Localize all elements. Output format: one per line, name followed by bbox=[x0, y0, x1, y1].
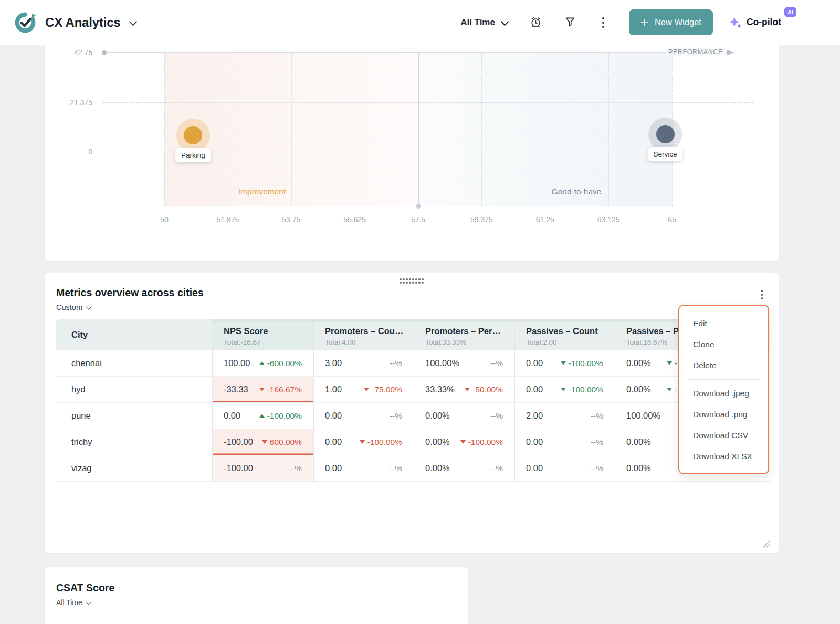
cell-change: -75.00% bbox=[364, 385, 402, 394]
x-tick-label: 51.875 bbox=[216, 215, 239, 224]
new-widget-button[interactable]: New Widget bbox=[629, 9, 713, 35]
table-timeframe-dropdown[interactable]: Custom bbox=[56, 303, 91, 311]
menu-item-delete[interactable]: Delete bbox=[679, 355, 768, 376]
csat-widget: CSAT Score All Time bbox=[45, 567, 468, 624]
table-body: chennai100.00-600.00%3.00--%100.00%--%0.… bbox=[56, 350, 770, 482]
cell-value: 2.00 bbox=[526, 411, 543, 421]
priority-chart-widget: 42.7521.3750 ImprovementGood-to-havePark… bbox=[45, 45, 779, 261]
x-tick-label: 50 bbox=[160, 215, 169, 224]
menu-item-edit[interactable]: Edit bbox=[679, 313, 768, 334]
metric-cell: 0.00%--% bbox=[414, 455, 514, 481]
gridline-horizontal bbox=[102, 102, 754, 103]
metrics-table-widget: Metrics overview across cities Custom Ci… bbox=[45, 273, 779, 553]
x-tick-label: 59.375 bbox=[470, 215, 493, 224]
quadrant-label-improvement: Improvement bbox=[238, 187, 286, 196]
metric-cell: -33.33-166.67% bbox=[212, 377, 313, 402]
table-row-hyd[interactable]: hyd-33.33-166.67%1.00-75.00%33.33%-50.00… bbox=[56, 376, 770, 402]
copilot-button[interactable]: Co-pilot AI bbox=[729, 16, 781, 29]
change-value: -100.00% bbox=[569, 385, 603, 394]
column-header-city[interactable]: City bbox=[56, 319, 212, 350]
city-cell: hyd bbox=[56, 377, 212, 402]
cell-change: 600.00% bbox=[262, 438, 302, 447]
y-tick-label: 42.75 bbox=[74, 48, 92, 57]
metric-cell: 0.00--% bbox=[514, 429, 615, 455]
cell-change: -100.00% bbox=[360, 438, 402, 447]
triangle-down-icon bbox=[364, 388, 369, 391]
menu-item-download-jpeg[interactable]: Download .jpeg bbox=[679, 383, 768, 404]
column-header-promoters-cou[interactable]: Promoters – Cou…Total:4.00 bbox=[313, 319, 414, 350]
table-timeframe-label: Custom bbox=[56, 303, 82, 311]
table-row-chennai[interactable]: chennai100.00-600.00%3.00--%100.00%--%0.… bbox=[56, 350, 770, 376]
drag-handle[interactable] bbox=[399, 278, 424, 284]
cell-value: 0.00 bbox=[325, 437, 342, 447]
quadrant-divider-line bbox=[418, 53, 419, 206]
triangle-down-icon bbox=[561, 388, 566, 391]
cell-change: --% bbox=[490, 359, 503, 368]
column-total: Total:4.00 bbox=[325, 338, 414, 346]
cell-change: --% bbox=[490, 411, 503, 421]
metric-cell: 0.00-100.00% bbox=[514, 377, 615, 402]
widget-menu-kebab-icon[interactable] bbox=[759, 288, 765, 301]
cell-change: -166.67% bbox=[259, 385, 302, 394]
change-value: -100.00% bbox=[368, 438, 402, 447]
change-value: 600.00% bbox=[270, 438, 302, 447]
menu-item-clone[interactable]: Clone bbox=[679, 334, 768, 355]
gridline-vertical bbox=[228, 53, 228, 206]
csat-timeframe-label: All Time bbox=[56, 598, 82, 607]
widget-title: Metrics overview across cities bbox=[56, 287, 204, 299]
triangle-up-icon bbox=[259, 414, 265, 418]
dashboard-page: CX Analytics All Time bbox=[0, 0, 840, 624]
column-header-label: Promoters – Cou… bbox=[325, 326, 414, 336]
cell-change: --% bbox=[591, 464, 603, 473]
cell-value: 100.00% bbox=[425, 358, 459, 368]
column-header-label: Promoters – Per… bbox=[425, 326, 514, 336]
table-row-vizag[interactable]: vizag-100.00--%0.00--%0.00%--%0.00--%0.0… bbox=[56, 455, 770, 481]
gridline-vertical bbox=[355, 53, 355, 206]
y-tick-label: 21.375 bbox=[70, 98, 92, 107]
point-label-parking: Parking bbox=[175, 148, 211, 162]
column-header-nps-score[interactable]: NPS ScoreTotal:-16.67 bbox=[212, 319, 313, 350]
column-header-label: Passives – Count bbox=[526, 326, 615, 336]
x-tick-label: 57.5 bbox=[411, 215, 425, 224]
app-logo-icon bbox=[13, 11, 37, 35]
change-value: -75.00% bbox=[372, 385, 402, 394]
change-value: -50.00% bbox=[472, 385, 503, 394]
column-header-passives-count[interactable]: Passives – CountTotal:2.00 bbox=[514, 319, 615, 350]
cell-value: 0.00% bbox=[425, 437, 450, 447]
cell-value: 0.00 bbox=[526, 437, 543, 447]
menu-item-download-png[interactable]: Download .png bbox=[679, 404, 768, 425]
cell-value: 0.00% bbox=[626, 437, 651, 447]
change-value: -100.00% bbox=[569, 359, 603, 368]
city-cell: trichy bbox=[56, 429, 212, 455]
menu-item-download-csv[interactable]: Download CSV bbox=[679, 425, 768, 446]
metric-cell: 100.00%--% bbox=[414, 350, 514, 376]
more-options-kebab-icon[interactable] bbox=[601, 16, 606, 29]
cell-change: --% bbox=[591, 411, 603, 421]
column-header-promoters-per[interactable]: Promoters – Per…Total:33.33% bbox=[414, 319, 514, 350]
filter-funnel-icon[interactable] bbox=[565, 17, 575, 27]
menu-item-download-xlsx[interactable]: Download XLSX bbox=[679, 446, 768, 467]
cell-change: -100.00% bbox=[460, 438, 503, 447]
resize-handle-icon[interactable] bbox=[762, 539, 771, 548]
change-value: --% bbox=[490, 359, 503, 368]
triangle-down-icon bbox=[667, 361, 672, 365]
sparkle-icon bbox=[729, 16, 742, 29]
workspace-chevron-down-icon[interactable] bbox=[130, 20, 136, 25]
table-row-trichy[interactable]: trichy-100.00600.00%0.00-100.00%0.00%-10… bbox=[56, 429, 770, 455]
gridline-vertical bbox=[291, 53, 292, 206]
cell-value: 0.00% bbox=[626, 358, 651, 368]
metric-cell: 0.00--% bbox=[514, 455, 615, 481]
chart-point-service[interactable] bbox=[656, 125, 675, 143]
cell-change: -100.00% bbox=[561, 359, 603, 368]
csat-timeframe-dropdown[interactable]: All Time bbox=[56, 598, 90, 607]
time-filter-dropdown[interactable]: All Time bbox=[460, 17, 508, 28]
cell-value: 0.00% bbox=[425, 411, 450, 421]
schedule-alarm-icon[interactable] bbox=[530, 16, 542, 28]
cell-value: 0.00 bbox=[526, 358, 543, 368]
cell-change: -50.00% bbox=[465, 385, 503, 394]
triangle-down-icon bbox=[259, 388, 265, 391]
cell-value: 33.33% bbox=[425, 384, 455, 394]
table-row-pune[interactable]: pune0.00-100.00%0.00--%0.00%--%2.00--%10… bbox=[56, 402, 770, 429]
cell-value: 0.00 bbox=[325, 411, 342, 421]
x-tick-label: 53.75 bbox=[282, 215, 300, 224]
